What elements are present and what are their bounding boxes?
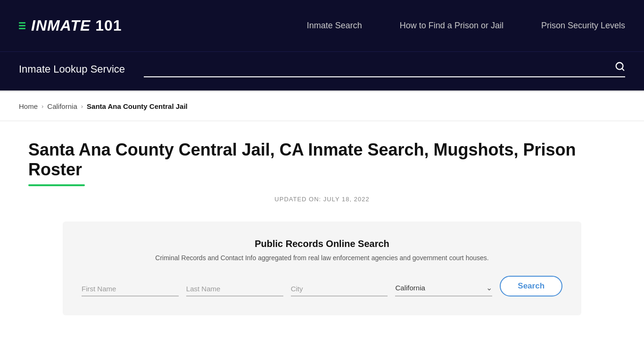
- search-input[interactable]: [144, 63, 615, 73]
- logo-text: INMATE INMATE 101101: [31, 17, 122, 34]
- breadcrumb-state[interactable]: California: [47, 102, 77, 110]
- search-form: AlabamaAlaskaArizonaArkansasCaliforniaCo…: [82, 276, 562, 296]
- city-field: [291, 282, 388, 296]
- page-title: Santa Ana County Central Jail, CA Inmate…: [28, 140, 616, 180]
- updated-on: UPDATED ON: JULY 18, 2022: [28, 196, 616, 203]
- logo[interactable]: INMATE INMATE 101101: [19, 17, 122, 34]
- state-select[interactable]: AlabamaAlaskaArizonaArkansasCaliforniaCo…: [395, 281, 492, 295]
- city-input[interactable]: [291, 282, 388, 296]
- search-input-wrap: [144, 61, 625, 77]
- nav-links: Inmate Search How to Find a Prison or Ja…: [307, 21, 625, 31]
- first-name-field: [82, 282, 179, 296]
- last-name-input[interactable]: [186, 282, 283, 296]
- chevron-right-icon-2: ›: [81, 103, 83, 110]
- logo-bars-icon: [19, 22, 25, 29]
- search-button[interactable]: Search: [500, 276, 562, 296]
- last-name-field: [186, 282, 283, 296]
- top-navigation: INMATE INMATE 101101 Inmate Search How t…: [0, 0, 644, 52]
- breadcrumb-home[interactable]: Home: [19, 102, 38, 110]
- search-icon-button[interactable]: [615, 61, 625, 74]
- search-icon: [615, 61, 625, 72]
- nav-security-levels[interactable]: Prison Security Levels: [541, 21, 625, 31]
- search-bar-section: Inmate Lookup Service: [0, 52, 644, 92]
- breadcrumb-section: Home › California › Santa Ana County Cen…: [0, 92, 644, 121]
- first-name-input[interactable]: [82, 282, 179, 296]
- nav-how-to-find[interactable]: How to Find a Prison or Jail: [400, 21, 504, 31]
- breadcrumb-current: Santa Ana County Central Jail: [87, 102, 188, 110]
- nav-inmate-search[interactable]: Inmate Search: [307, 21, 362, 31]
- search-card-title: Public Records Online Search: [82, 239, 562, 249]
- search-card-description: Criminal Records and Contact Info aggreg…: [82, 254, 562, 262]
- breadcrumb: Home › California › Santa Ana County Cen…: [19, 102, 625, 110]
- chevron-right-icon: ›: [41, 103, 43, 110]
- svg-line-1: [622, 68, 624, 70]
- main-content: Santa Ana County Central Jail, CA Inmate…: [0, 121, 644, 334]
- state-select-wrap: AlabamaAlaskaArizonaArkansasCaliforniaCo…: [395, 281, 492, 296]
- search-bar-label: Inmate Lookup Service: [19, 63, 125, 75]
- search-card: Public Records Online Search Criminal Re…: [63, 222, 581, 315]
- title-underline: [28, 184, 85, 186]
